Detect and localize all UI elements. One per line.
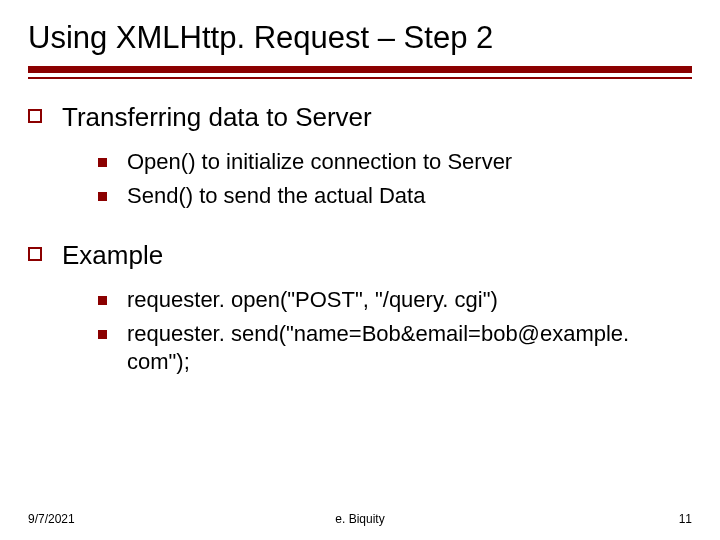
l2-text: requester. send("name=Bob&email=bob@exam… (127, 320, 647, 376)
list-item-l1: Transferring data to Server (28, 101, 692, 134)
l2-text: Send() to send the actual Data (127, 182, 425, 210)
slide-body: Transferring data to Server Open() to in… (28, 101, 692, 376)
square-open-icon (28, 247, 42, 261)
l1-text: Transferring data to Server (62, 101, 372, 134)
footer: 9/7/2021 e. Biquity 11 (28, 512, 692, 526)
slide-title: Using XMLHttp. Request – Step 2 (28, 20, 692, 56)
sublist: requester. open("POST", "/query. cgi") r… (98, 286, 692, 376)
list-item-l2: requester. send("name=Bob&email=bob@exam… (98, 320, 692, 376)
list-item-l1: Example (28, 239, 692, 272)
list-item-l2: Send() to send the actual Data (98, 182, 692, 210)
square-filled-icon (98, 192, 107, 201)
square-filled-icon (98, 158, 107, 167)
list-item-l2: Open() to initialize connection to Serve… (98, 148, 692, 176)
square-filled-icon (98, 296, 107, 305)
list-item-l2: requester. open("POST", "/query. cgi") (98, 286, 692, 314)
l2-text: Open() to initialize connection to Serve… (127, 148, 512, 176)
square-open-icon (28, 109, 42, 123)
slide: Using XMLHttp. Request – Step 2 Transfer… (0, 0, 720, 540)
footer-center: e. Biquity (28, 512, 692, 526)
sublist: Open() to initialize connection to Serve… (98, 148, 692, 210)
divider-thin (28, 77, 692, 79)
l1-text: Example (62, 239, 163, 272)
l2-text: requester. open("POST", "/query. cgi") (127, 286, 498, 314)
divider-thick (28, 66, 692, 73)
square-filled-icon (98, 330, 107, 339)
